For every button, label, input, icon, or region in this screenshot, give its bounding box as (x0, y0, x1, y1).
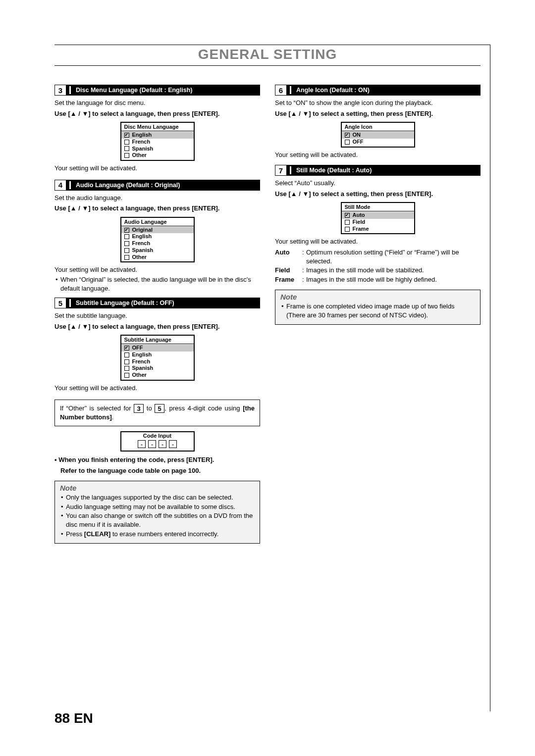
menu-item[interactable]: ON (342, 132, 414, 139)
checkbox-icon (124, 234, 129, 239)
intro-text: Set the audio language. (54, 194, 260, 202)
menu-item[interactable]: Other (121, 372, 194, 379)
menu-items: Original English French Spanish Other (121, 226, 194, 262)
menu-item-label: OFF (353, 139, 364, 146)
menu-item-label: English (132, 352, 152, 358)
menu-item[interactable]: Auto (342, 212, 414, 219)
menu-item-label: Other (132, 372, 147, 379)
menu-title: Audio Language (121, 218, 194, 226)
menu-item[interactable]: OFF (342, 139, 414, 146)
menu-item[interactable]: English (121, 352, 194, 358)
menu-item-label: OFF (132, 345, 143, 352)
menu-item[interactable]: English (121, 132, 194, 139)
definition-term: Auto (275, 248, 302, 265)
note-list: Only the languages supported by the disc… (60, 493, 255, 538)
menu-item[interactable]: French (121, 358, 194, 365)
menu-item[interactable]: French (121, 240, 194, 247)
menu-item-label: Field (353, 219, 366, 226)
menu-items: English French Spanish Other (121, 131, 194, 160)
note-item: Frame is one completed video image made … (280, 302, 475, 319)
menu-item[interactable]: OFF (121, 345, 194, 352)
code-digit[interactable]: - (138, 440, 146, 448)
activated-text: Your setting will be activated. (275, 151, 481, 159)
definition-desc: Images in the still mode will be stabili… (306, 266, 481, 275)
menu-title: Still Mode (342, 203, 414, 211)
menu-angle-icon: Angle Icon ON OFF (341, 122, 415, 148)
note-label: Note (280, 293, 475, 301)
checkbox-icon (345, 213, 350, 218)
checkbox-icon (124, 366, 129, 371)
menu-item[interactable]: Spanish (121, 146, 194, 152)
intro-text: Set the language for disc menu. (54, 99, 260, 107)
checkbox-icon (124, 248, 129, 253)
section-number: 6 (275, 85, 287, 96)
checkbox-icon (124, 228, 129, 233)
section-title-text: Subtitle Language (Default : OFF) (76, 300, 174, 306)
section-header-4: 4 Audio Language (Default : Original) (54, 180, 260, 191)
menu-items: ON OFF (342, 131, 414, 147)
instruction-text: Use [▲ / ▼] to select a setting, then pr… (275, 109, 481, 118)
activated-text: Your setting will be activated. (54, 384, 260, 393)
note-item: Only the languages supported by the disc… (60, 493, 255, 502)
title-rule (54, 65, 481, 66)
section-title-bar: Disc Menu Language (Default : English) (66, 85, 260, 96)
inline-step-number: 3 (134, 404, 144, 413)
checkbox-icon (345, 227, 350, 232)
section-header-7: 7 Still Mode (Default : Auto) (275, 165, 481, 176)
menu-item-label: Original (132, 227, 153, 234)
menu-item-label: ON (353, 132, 361, 139)
code-digit[interactable]: - (148, 440, 156, 448)
menu-item[interactable]: Spanish (121, 247, 194, 254)
colon: : (302, 248, 306, 265)
checkbox-icon (124, 133, 129, 138)
menu-item[interactable]: Spanish (121, 365, 194, 372)
menu-item[interactable]: English (121, 233, 194, 240)
checkbox-icon (345, 220, 350, 225)
menu-item[interactable]: Frame (342, 226, 414, 233)
code-input-title: Code Input (121, 432, 194, 439)
note-item: You can also change or switch off the su… (60, 511, 255, 529)
menu-item-label: Auto (353, 212, 365, 219)
definition-desc: Images in the still mode will be highly … (306, 275, 481, 284)
page-number: 88 (54, 710, 70, 726)
menu-title: Subtitle Language (121, 336, 194, 344)
checkbox-icon (124, 153, 129, 158)
activated-text: Your setting will be activated. (54, 265, 260, 274)
menu-item-label: French (132, 139, 151, 146)
menu-item[interactable]: Field (342, 219, 414, 226)
section-title-bar: Subtitle Language (Default : OFF) (66, 298, 260, 308)
enter-instruction-line2: Refer to the language code table on page… (54, 466, 260, 475)
menu-item-label: Frame (353, 226, 369, 233)
section-number: 5 (54, 298, 66, 308)
instruction-text: Use [▲ / ▼] to select a language, then p… (54, 322, 260, 331)
definition-row: Auto : Optimum resolution setting (“Fiel… (275, 248, 481, 265)
menu-item-label: Other (132, 152, 147, 159)
code-digit[interactable]: - (169, 440, 177, 448)
code-digit[interactable]: - (159, 440, 166, 448)
definition-row: Field : Images in the still mode will be… (275, 266, 481, 275)
activated-text: Your setting will be activated. (54, 164, 260, 173)
note-item: Audio language setting may not be availa… (60, 503, 255, 511)
bold-text: [CLEAR] (84, 530, 110, 538)
checkbox-icon (124, 359, 129, 364)
menu-still-mode: Still Mode Auto Field Frame (341, 202, 415, 234)
menu-item[interactable]: Other (121, 254, 194, 261)
colon: : (302, 275, 306, 284)
section-title-bar: Audio Language (Default : Original) (66, 180, 260, 191)
menu-item[interactable]: Other (121, 152, 194, 159)
page-lang: EN (74, 710, 93, 726)
activated-text: Your setting will be activated. (275, 237, 481, 246)
definition-row: Frame : Images in the still mode will be… (275, 275, 481, 284)
text: . (112, 413, 114, 421)
menu-item[interactable]: French (121, 139, 194, 146)
note-item: Press [CLEAR] to erase numbers entered i… (60, 530, 255, 539)
section-header-3: 3 Disc Menu Language (Default : English) (54, 85, 260, 96)
checkbox-icon (124, 373, 129, 378)
checkbox-icon (124, 255, 129, 260)
bullet-item: When “Original” is selected, the audio l… (54, 275, 260, 293)
enter-instruction-line1: • When you finish entering the code, pre… (54, 455, 260, 464)
menu-item[interactable]: Original (121, 227, 194, 234)
text: to (147, 404, 155, 412)
text: , press 4-digit code using (164, 404, 243, 412)
page-title: GENERAL SETTING (45, 40, 490, 62)
